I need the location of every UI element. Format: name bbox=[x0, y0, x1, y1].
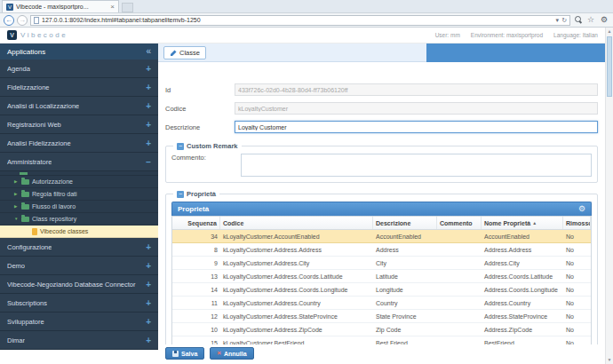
column-header-codice[interactable]: Codice bbox=[220, 217, 373, 229]
column-label: Rimosso bbox=[566, 220, 591, 226]
forward-button[interactable]: → bbox=[17, 15, 28, 26]
autocomplete-dropdown-icon[interactable]: ▾ bbox=[556, 17, 560, 24]
file-icon bbox=[32, 228, 37, 235]
table-cell: City bbox=[373, 257, 437, 269]
column-header-commento[interactable]: Commento bbox=[437, 217, 482, 229]
sidebar-item-sviluppatore[interactable]: Sviluppatore + bbox=[0, 313, 158, 331]
tree-item-vibecode-classes[interactable]: Vibecode classes bbox=[0, 226, 158, 238]
language-link[interactable]: Language: Italian bbox=[553, 32, 598, 38]
proprieta-legend: − Proprietà bbox=[173, 190, 219, 198]
tree-item-class-repository[interactable]: ▼ Class repository bbox=[0, 213, 158, 226]
address-bar[interactable]: 127.0.0.1:8092/index.html#tabpanel:tabpa… bbox=[30, 15, 570, 26]
column-header-nome-propriet[interactable]: Nome Proprietà▲ bbox=[482, 217, 563, 229]
fieldset-collapse-icon[interactable]: − bbox=[177, 191, 184, 198]
expand-icon: + bbox=[142, 101, 151, 111]
column-header-rimosso[interactable]: Rimosso bbox=[563, 217, 591, 229]
tree-item-regola-filtro-dati[interactable]: ▶ Regola filtro dati bbox=[0, 188, 158, 201]
sidebar-item-fidelizzazione[interactable]: Fidelizzazione + bbox=[0, 78, 158, 97]
app-logo: V Vibecode bbox=[7, 30, 68, 40]
cancel-button[interactable]: × Annulla bbox=[210, 347, 253, 360]
table-row[interactable]: 8kLoyaltyCustomer.Address.AddressAddress… bbox=[172, 243, 591, 257]
sidebar-item-label: Agenda bbox=[7, 65, 30, 73]
column-header-descrizione[interactable]: Descrizione bbox=[373, 217, 437, 229]
back-button[interactable]: ← bbox=[4, 15, 14, 26]
sidebar-title: Applications bbox=[7, 48, 45, 56]
column-label: Commento bbox=[440, 220, 473, 226]
custom-remark-fieldset: − Custom Remark Commento: bbox=[165, 146, 598, 183]
table-cell: 8 bbox=[172, 243, 220, 256]
folder-open-icon bbox=[21, 217, 29, 222]
tree-item-clipped[interactable] bbox=[0, 171, 158, 176]
table-cell: No bbox=[563, 230, 591, 242]
grid-settings-gear-icon[interactable]: ⚙ bbox=[578, 205, 585, 213]
sidebar-item-vibecode-negoziando-database-connector[interactable]: Vibecode-Negoziando Database Connector + bbox=[0, 275, 158, 294]
table-row[interactable]: 11kLoyaltyCustomer.Address.CountryCountr… bbox=[172, 297, 591, 310]
table-cell: kLoyaltyCustomer.Address.Country bbox=[220, 297, 373, 309]
table-cell: No bbox=[563, 270, 591, 282]
new-tab-button[interactable] bbox=[122, 3, 133, 12]
sidebar-collapse-icon[interactable]: « bbox=[146, 47, 151, 56]
table-row[interactable]: 13kLoyaltyCustomer.Address.Coords.Latitu… bbox=[172, 270, 591, 283]
fieldset-collapse-icon[interactable]: − bbox=[177, 143, 184, 150]
table-row[interactable]: 14kLoyaltyCustomer.Address.Coords.Longit… bbox=[172, 283, 591, 297]
table-cell bbox=[437, 243, 482, 256]
table-cell: No bbox=[563, 297, 591, 309]
sidebar-item-dimar[interactable]: Dimar + bbox=[0, 331, 158, 350]
search-icon[interactable] bbox=[573, 15, 583, 25]
main-content: Classe Id Codice Descrizione − Custom Re… bbox=[158, 44, 605, 364]
tree-item-flusso-di-lavoro[interactable]: ▶ Flusso di lavoro bbox=[0, 201, 158, 213]
tab-close-icon[interactable]: × bbox=[110, 4, 115, 11]
proprieta-fieldset: − Proprietà Proprietà ⚙ SequenzaCodiceDe… bbox=[165, 194, 598, 344]
commento-textarea[interactable] bbox=[241, 154, 592, 177]
column-header-sequenza[interactable]: Sequenza bbox=[172, 217, 220, 229]
logo-text: Vibecode bbox=[20, 31, 68, 39]
table-cell: kLoyaltyCustomer.Address.Coords.Latitude bbox=[220, 270, 373, 282]
edit-pencil-icon bbox=[170, 50, 177, 57]
settings-gear-icon[interactable]: ⚙ bbox=[599, 16, 609, 24]
descrizione-field[interactable] bbox=[235, 121, 598, 133]
table-row[interactable]: 9kLoyaltyCustomer.Address.CityCityAddres… bbox=[172, 257, 591, 270]
table-cell: 12 bbox=[172, 310, 220, 322]
table-cell: BestFriend bbox=[482, 336, 563, 344]
column-label: Sequenza bbox=[187, 220, 217, 226]
sidebar-item-agenda[interactable]: Agenda + bbox=[0, 59, 158, 78]
table-cell: kLoyaltyCustomer.BestFriend bbox=[220, 336, 373, 344]
table-row[interactable]: 10kLoyaltyCustomer.Address.ZipCodeZip Co… bbox=[172, 323, 591, 336]
scroll-up-icon[interactable]: ▲ bbox=[606, 28, 613, 36]
sidebar-item-demo[interactable]: Demo + bbox=[0, 257, 158, 275]
table-row[interactable]: 34kLoyaltyCustomer.AccountEnabledAccount… bbox=[172, 230, 591, 243]
expand-icon: + bbox=[142, 242, 151, 252]
table-cell bbox=[437, 270, 482, 282]
scroll-down-icon[interactable]: ▼ bbox=[606, 356, 613, 364]
user-link[interactable]: User: mm bbox=[435, 32, 460, 38]
folder-icon bbox=[21, 179, 29, 185]
window-scrollbar[interactable]: ▲ ▼ bbox=[605, 28, 613, 364]
table-cell: 10 bbox=[172, 323, 220, 336]
sidebar-item-registrazioni-web[interactable]: Registrazioni Web + bbox=[0, 115, 158, 134]
sidebar-item-analisi-di-localizzazione[interactable]: Analisi di Localizzazione + bbox=[0, 97, 158, 115]
scrollbar-thumb[interactable] bbox=[607, 36, 612, 97]
expand-icon: + bbox=[142, 64, 151, 74]
table-row[interactable]: 15kLoyaltyCustomer.BestFriendBest Friend… bbox=[172, 336, 591, 344]
expand-icon: + bbox=[142, 336, 151, 345]
sidebar-item-subscriptions[interactable]: Subscriptions + bbox=[0, 294, 158, 313]
favorites-star-icon[interactable]: ☆ bbox=[585, 16, 596, 24]
browser-window: V Vibecode - maxisportpro... × ← → 127.0… bbox=[0, 0, 613, 364]
classe-button[interactable]: Classe bbox=[163, 46, 206, 59]
table-cell: kLoyaltyCustomer.Address.Coords.Longitud… bbox=[220, 283, 373, 296]
table-row[interactable]: 12kLoyaltyCustomer.Address.StateProvince… bbox=[172, 310, 591, 323]
expand-icon: + bbox=[142, 317, 151, 327]
sidebar-item-label: Registrazioni Web bbox=[7, 121, 61, 129]
sidebar-header: Applications « bbox=[0, 44, 158, 59]
environment-link[interactable]: Environment: maxisportprod bbox=[471, 32, 543, 38]
sidebar-item-amministratore[interactable]: Amministratore − bbox=[0, 153, 158, 171]
sidebar-item-label: Subscriptions bbox=[7, 299, 47, 307]
sidebar-item-label: Demo bbox=[7, 262, 25, 270]
refresh-icon[interactable]: ↻ bbox=[561, 17, 567, 24]
tree-item-autorizzazione[interactable]: ▶ Autorizzazione bbox=[0, 176, 158, 188]
save-button[interactable]: Salva bbox=[165, 347, 204, 360]
table-cell: AccountEnabled bbox=[482, 230, 563, 242]
browser-tab[interactable]: V Vibecode - maxisportpro... × bbox=[2, 0, 119, 12]
sidebar-item-analisi-fidelizzazione[interactable]: Analisi Fidelizzazione + bbox=[0, 134, 158, 153]
sidebar-item-configurazione[interactable]: Configurazione + bbox=[0, 238, 158, 257]
